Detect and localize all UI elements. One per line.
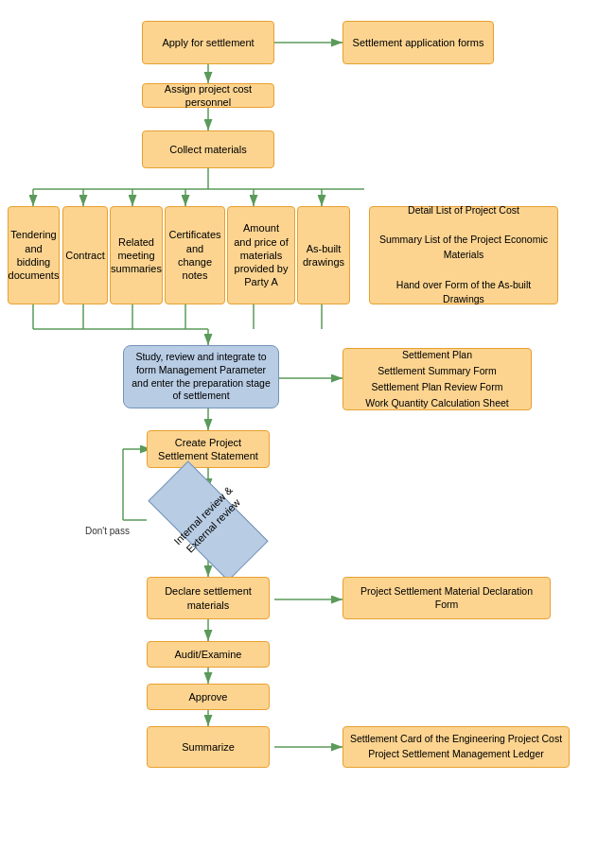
settlement-card-box: Settlement Card of the Engineering Proje… [343,726,570,768]
internal-external-review-diamond: Internal review & External review [147,490,270,551]
certificates-box: Certificates and change notes [165,206,225,304]
study-review-box: Study, review and integrate to form Mana… [123,345,279,408]
amount-price-box: Amount and price of materials provided b… [227,206,295,304]
tendering-box: Tendering and bidding documents [8,206,60,304]
detail-list-box: Detail List of Project Cost Summary List… [369,206,558,304]
apply-settlement-box: Apply for settlement [142,21,274,64]
audit-box: Audit/Examine [147,641,270,668]
declare-materials-box: Declare settlement materials [147,577,270,619]
assign-personnel-box: Assign project cost personnel [142,83,274,108]
collect-materials-box: Collect materials [142,130,274,168]
flowchart: Apply for settlement Settlement applicat… [0,0,615,868]
as-built-box: As-built drawings [297,206,350,304]
dont-pass-label: Don't pass [85,526,130,536]
related-meetings-box: Related meeting summaries [110,206,163,304]
settlement-app-forms-box: Settlement application forms [343,21,494,64]
create-statement-box: Create Project Settlement Statement [147,430,270,468]
summarize-box: Summarize [147,726,270,768]
contract-box: Contract [62,206,108,304]
declaration-form-box: Project Settlement Material Declaration … [343,577,551,619]
approve-box: Approve [147,684,270,710]
settlement-plan-forms-box: Settlement Plan Settlement Summary Form … [343,348,532,410]
